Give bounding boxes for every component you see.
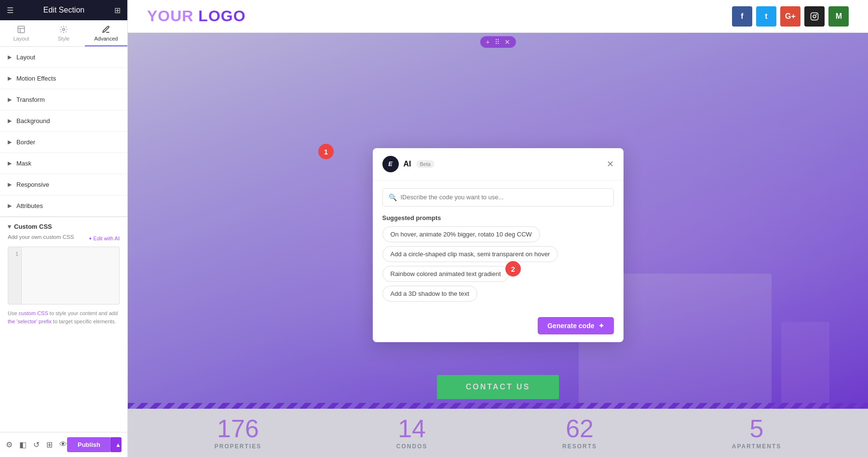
bottom-toolbar: ⚙ ◧ ↺ ⊞ 👁 Publish ▲ (0, 432, 127, 457)
tab-style[interactable]: Style (42, 20, 85, 46)
hero-section: + ⠿ ✕ CONTACT US 176 PROPERTIES 14 CONDO… (128, 33, 868, 457)
footer-text: Use (8, 310, 19, 316)
modal-beta-badge: Beta (416, 160, 435, 168)
main-content: YOUR LOGO f t G+ M + (128, 0, 868, 457)
custom-css-header: Custom CSS (8, 223, 120, 230)
modal-title: AI (404, 160, 411, 168)
selector-prefix-link[interactable]: the 'selector' prefix (8, 319, 52, 324)
logo-logo-text: LOGO (198, 7, 245, 25)
section-item-background[interactable]: ▶ Background (0, 111, 127, 132)
social-icons: f t G+ M (732, 6, 849, 27)
prompt-input-wrap: 🔍 (382, 188, 614, 207)
bottom-icons: ⚙ ◧ ↺ ⊞ 👁 (6, 440, 67, 449)
google-plus-icon[interactable]: G+ (780, 6, 800, 27)
section-label-mask: Mask (16, 160, 31, 167)
prompt-chip-2[interactable]: Rainbow colored animated text gradient (382, 266, 509, 282)
panel-header: ☰ Edit Section ⊞ (0, 0, 127, 20)
layers-icon[interactable]: ◧ (19, 440, 27, 449)
arrow-icon: ▶ (8, 139, 12, 145)
top-nav: YOUR LOGO f t G+ M (128, 0, 868, 33)
prompt-chip-0[interactable]: On hover, animate 20% bigger, rotato 10 … (382, 226, 540, 242)
prompt-chip-1[interactable]: Add a circle-shaped clip mask, semi tran… (382, 246, 558, 262)
medium-icon[interactable]: M (828, 6, 849, 27)
section-item-responsive[interactable]: ▶ Responsive (0, 174, 127, 195)
step-badge-2: 2 (505, 261, 521, 277)
modal-overlay: E AI Beta ✕ 🔍 Suggested prompts On hover… (128, 33, 868, 457)
left-panel: ☰ Edit Section ⊞ Layout Style Advanced ▶… (0, 0, 128, 457)
modal-body: 🔍 Suggested prompts On hover, animate 20… (373, 180, 624, 309)
preview-icon[interactable]: 👁 (59, 440, 67, 449)
section-label-transform: Transform (16, 96, 45, 103)
tab-advanced-label: Advanced (95, 36, 118, 42)
arrow-icon: ▶ (8, 54, 12, 60)
svg-rect-0 (18, 26, 25, 33)
code-area[interactable] (22, 247, 119, 304)
modal-header: E AI Beta ✕ (373, 148, 624, 180)
svg-point-6 (816, 14, 817, 14)
prompt-chips: On hover, animate 20% bigger, rotato 10 … (382, 226, 614, 302)
tab-advanced[interactable]: Advanced (85, 20, 127, 46)
star-icon: ✦ (598, 322, 604, 330)
step-badge-1: 1 (318, 144, 334, 159)
svg-rect-4 (811, 13, 818, 20)
section-label-attributes: Attributes (16, 202, 43, 209)
logo-your-text: YOUR (147, 7, 193, 25)
section-label-background: Background (16, 117, 50, 125)
custom-css-link[interactable]: custom CSS (19, 310, 48, 316)
section-item-transform[interactable]: ▶ Transform (0, 89, 127, 111)
section-label-border: Border (16, 138, 35, 146)
section-label-responsive: Responsive (16, 181, 49, 188)
prompt-input[interactable] (401, 194, 608, 201)
section-item-mask[interactable]: ▶ Mask (0, 153, 127, 174)
section-item-layout[interactable]: ▶ Layout (0, 47, 127, 68)
footer-mid: to style your content and add (48, 310, 118, 316)
settings-icon[interactable]: ⚙ (6, 440, 13, 449)
code-editor: 1 (8, 247, 120, 305)
section-item-motion-effects[interactable]: ▶ Motion Effects (0, 68, 127, 89)
section-label-motion: Motion Effects (16, 75, 56, 82)
templates-icon[interactable]: ⊞ (46, 440, 53, 449)
custom-css-footer: Use custom CSS to style your content and… (8, 309, 120, 325)
logo: YOUR LOGO (147, 7, 246, 25)
hamburger-icon[interactable]: ☰ (7, 6, 14, 15)
svg-point-3 (63, 28, 65, 31)
line-number-1: 1 (15, 251, 18, 257)
facebook-icon[interactable]: f (732, 6, 752, 27)
publish-group: Publish ▲ (67, 437, 122, 452)
footer-end: to target specific elements. (52, 319, 116, 324)
publish-expand-button[interactable]: ▲ (111, 437, 122, 452)
panel-title: Edit Section (43, 6, 84, 14)
custom-css-label: Add your own custom CSS (8, 234, 74, 240)
arrow-icon: ▶ (8, 118, 12, 124)
tab-layout[interactable]: Layout (0, 20, 42, 46)
search-icon: 🔍 (389, 194, 397, 201)
line-numbers: 1 (8, 247, 22, 304)
instagram-icon[interactable] (804, 6, 825, 27)
modal-elementor-icon: E (382, 156, 399, 172)
section-item-attributes[interactable]: ▶ Attributes (0, 195, 127, 217)
panel-tabs: Layout Style Advanced (0, 20, 127, 47)
custom-css-section: Custom CSS Add your own custom CSS Edit … (0, 217, 127, 331)
section-item-border[interactable]: ▶ Border (0, 132, 127, 153)
grid-icon[interactable]: ⊞ (114, 6, 121, 15)
history-icon[interactable]: ↺ (33, 440, 40, 449)
modal-footer: Generate code ✦ (373, 309, 624, 342)
svg-point-5 (813, 15, 816, 18)
arrow-icon: ▶ (8, 160, 12, 166)
custom-css-title[interactable]: Custom CSS (8, 223, 52, 230)
edit-with-ai-button[interactable]: Edit with AI (88, 235, 120, 241)
tab-layout-label: Layout (13, 36, 29, 42)
suggested-prompts-label: Suggested prompts (382, 214, 614, 222)
tab-style-label: Style (58, 36, 69, 42)
generate-btn-label: Generate code (547, 322, 594, 330)
modal-close-button[interactable]: ✕ (607, 159, 614, 169)
arrow-icon: ▶ (8, 203, 12, 209)
twitter-icon[interactable]: t (756, 6, 776, 27)
arrow-icon: ▶ (8, 181, 12, 188)
ai-modal: E AI Beta ✕ 🔍 Suggested prompts On hover… (373, 148, 624, 342)
prompt-chip-3[interactable]: Add a 3D shadow to the text (382, 286, 477, 302)
arrow-icon: ▶ (8, 97, 12, 103)
generate-code-button[interactable]: Generate code ✦ (538, 317, 613, 334)
publish-button[interactable]: Publish (67, 437, 111, 452)
panel-sections: ▶ Layout ▶ Motion Effects ▶ Transform ▶ … (0, 47, 127, 432)
